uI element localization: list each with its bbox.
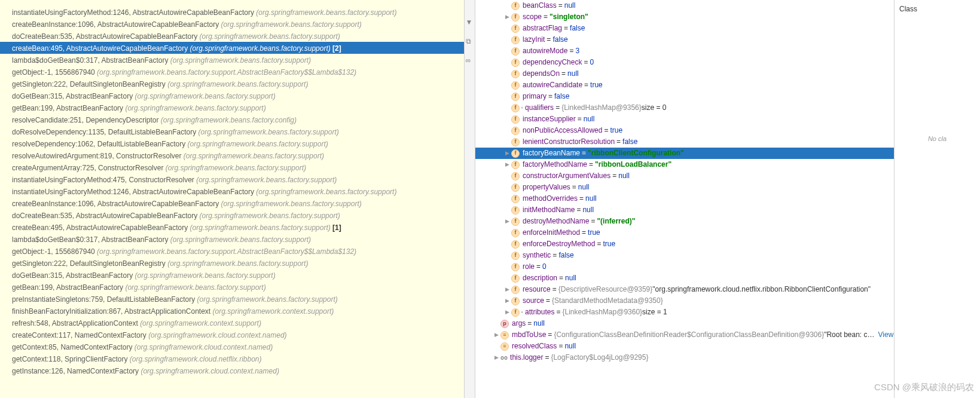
expand-arrow-icon[interactable]: ▶ (504, 12, 510, 22)
variable-row[interactable]: ▶fscope = "singleton" (475, 11, 894, 23)
stack-frame-row[interactable]: createBean:495, AbstractAutowireCapableB… (0, 42, 464, 54)
link-icon[interactable]: ∞ (466, 56, 474, 65)
variable-row[interactable]: ▶fabstractFlag = false (475, 23, 894, 34)
variable-row[interactable]: ▶fenforceInitMethod = true (475, 227, 894, 238)
variable-row[interactable]: ▶f+attributes = {LinkedHashMap@9360} siz… (475, 307, 894, 318)
stack-frame-row[interactable]: resolveAutowiredArgument:819, Constructo… (0, 149, 464, 161)
stack-frame-row[interactable]: preInstantiateSingletons:759, DefaultLis… (0, 293, 464, 305)
stack-frame-row[interactable]: getSingleton:222, DefaultSingletonBeanRe… (0, 78, 464, 90)
this-icon: oo (500, 353, 508, 363)
variables-panel[interactable]: ▶fbeanClass = null▶fscope = "singleton"▶… (475, 0, 894, 398)
stack-frame-row[interactable]: refresh:548, AbstractApplicationContext … (0, 317, 464, 329)
stack-frame-row[interactable]: instantiateUsingFactoryMethod:1246, Abst… (0, 185, 464, 197)
stack-frame-row[interactable]: doResolveDependency:1135, DefaultListabl… (0, 125, 464, 137)
field-icon: f (511, 240, 520, 249)
view-link[interactable]: View (878, 330, 894, 340)
variable-row[interactable]: ▶fsource = {StandardMethodMetadata@9350} (475, 295, 894, 307)
field-icon: f (511, 81, 520, 90)
field-icon: f (511, 25, 520, 33)
expand-arrow-icon[interactable]: ▶ (504, 148, 510, 158)
arrow-down-icon[interactable]: ▼ (466, 18, 474, 26)
field-icon: f (511, 138, 520, 146)
stack-frame-row[interactable]: lambda$doGetBean$0:317, AbstractBeanFact… (0, 54, 464, 66)
variable-row[interactable]: ▶fautowireMode = 3 (475, 45, 894, 57)
expand-arrow-icon[interactable]: ▶ (504, 216, 510, 226)
stack-frame-row[interactable]: getBean:199, AbstractBeanFactory (org.sp… (0, 281, 464, 293)
variable-row[interactable]: ▶fbeanClass = null (475, 0, 894, 11)
variable-row[interactable]: ▶ffactoryMethodName = "ribbonLoadBalance… (475, 159, 894, 170)
local-icon: ≡ (500, 342, 509, 351)
field-icon: f (511, 252, 520, 260)
variable-row[interactable]: ▶oothis.logger = {LogFactory$Log4jLog@92… (475, 352, 894, 363)
variable-row[interactable]: ▶fdestroyMethodName = "(inferred)" (475, 216, 894, 227)
stack-frame-row[interactable]: getContext:118, SpringClientFactory (org… (0, 353, 464, 365)
expand-arrow-icon[interactable]: ▶ (504, 284, 510, 295)
expand-arrow-icon[interactable]: ▶ (493, 330, 499, 340)
field-icon: f (511, 161, 520, 169)
variable-row[interactable]: ▶fenforceDestroyMethod = true (475, 238, 894, 250)
variable-row[interactable]: ▶fsynthetic = false (475, 250, 894, 261)
class-preview-panel: Class No cla (894, 0, 980, 398)
stack-frame-row[interactable]: resolveDependency:1062, DefaultListableB… (0, 137, 464, 149)
variable-row[interactable]: ▶frole = 0 (475, 261, 894, 273)
stack-frame-row[interactable]: getObject:-1, 1556867940 (org.springfram… (0, 245, 464, 257)
stack-frames-panel[interactable]: instantiateUsingFactoryMethod:1246, Abst… (0, 0, 465, 398)
expand-arrow-icon[interactable]: ▶ (493, 353, 499, 363)
stack-frame-row[interactable]: instantiateUsingFactoryMethod:475, Const… (0, 173, 464, 185)
stack-frame-row[interactable]: resolveCandidate:251, DependencyDescript… (0, 114, 464, 125)
variable-row[interactable]: ▶finstanceSupplier = null (475, 114, 894, 125)
stack-frame-row[interactable]: createArgumentArray:725, ConstructorReso… (0, 161, 464, 173)
variable-row[interactable]: ▶fpropertyValues = null (475, 182, 894, 193)
stack-frame-row[interactable]: getContext:85, NamedContextFactory (org.… (0, 341, 464, 353)
variable-row[interactable]: ▶≡resolvedClass = null (475, 341, 894, 352)
stack-frame-row[interactable]: getBean:199, AbstractBeanFactory (org.sp… (0, 102, 464, 114)
variable-row[interactable]: ▶fdependsOn = null (475, 68, 894, 79)
field-icon: f (511, 70, 520, 78)
field-icon: f (511, 2, 520, 10)
expand-arrow-icon[interactable]: ▶ (504, 296, 510, 306)
field-icon: f (511, 104, 520, 112)
variable-row[interactable]: ▶pargs = null (475, 318, 894, 329)
expand-arrow-icon[interactable]: ▶ (504, 307, 510, 317)
stack-frame-row[interactable]: createBean:495, AbstractAutowireCapableB… (0, 221, 464, 233)
variable-row[interactable]: ▶fresource = {DescriptiveResource@9359} … (475, 284, 894, 295)
field-icon: f (511, 274, 520, 283)
variable-row[interactable]: ▶flazyInit = false (475, 34, 894, 45)
variable-row[interactable]: ▶≡mbdToUse = {ConfigurationClassBeanDefi… (475, 329, 894, 341)
stack-frame-row[interactable]: doCreateBean:535, AbstractAutowireCapabl… (0, 30, 464, 42)
copy-icon[interactable]: ⧉ (466, 37, 474, 45)
variable-row[interactable]: ▶fautowireCandidate = true (475, 79, 894, 91)
variable-row[interactable]: ▶fmethodOverrides = null (475, 193, 894, 204)
variable-row[interactable]: ▶finitMethodName = null (475, 204, 894, 216)
gutter: ▼ ⧉ ∞ (465, 0, 475, 398)
stack-frame-row[interactable]: createBeanInstance:1096, AbstractAutowir… (0, 18, 464, 30)
variable-row[interactable]: ▶fprimary = false (475, 91, 894, 102)
stack-frame-row[interactable]: getSingleton:222, DefaultSingletonBeanRe… (0, 257, 464, 269)
variable-row[interactable]: ▶fdescription = null (475, 273, 894, 284)
field-icon: f (511, 195, 520, 203)
field-icon: f (511, 115, 520, 124)
field-icon: f (511, 149, 520, 158)
expand-arrow-icon[interactable]: ▶ (504, 160, 510, 170)
stack-frame-row[interactable]: doCreateBean:535, AbstractAutowireCapabl… (0, 209, 464, 221)
stack-frame-row[interactable]: finishBeanFactoryInitialization:867, Abs… (0, 305, 464, 317)
stack-frame-row[interactable]: doGetBean:315, AbstractBeanFactory (org.… (0, 90, 464, 102)
field-icon: f (511, 93, 520, 101)
stack-frame-row[interactable]: instantiateUsingFactoryMethod:1246, Abst… (0, 6, 464, 18)
variable-row[interactable]: ▶flenientConstructorResolution = false (475, 136, 894, 148)
field-icon: f (511, 297, 520, 305)
stack-frame-row[interactable]: getObject:-1, 1556867940 (org.springfram… (0, 66, 464, 78)
stack-frame-row[interactable]: lambda$doGetBean$0:317, AbstractBeanFact… (0, 233, 464, 245)
stack-frame-row[interactable]: doGetBean:315, AbstractBeanFactory (org.… (0, 269, 464, 281)
field-icon: f (511, 59, 520, 67)
variable-row[interactable]: ▶f+qualifiers = {LinkedHashMap@9356} siz… (475, 102, 894, 114)
variable-row[interactable]: ▶fnonPublicAccessAllowed = true (475, 125, 894, 136)
stack-frame-row[interactable]: createContext:117, NamedContextFactory (… (0, 329, 464, 341)
field-icon: f (511, 127, 520, 135)
variable-row[interactable]: ▶ffactoryBeanName = "ribbonClientConfigu… (475, 148, 894, 159)
param-icon: p (500, 320, 509, 328)
stack-frame-row[interactable]: createBeanInstance:1096, AbstractAutowir… (0, 197, 464, 209)
variable-row[interactable]: ▶fdependencyCheck = 0 (475, 57, 894, 68)
variable-row[interactable]: ▶fconstructorArgumentValues = null (475, 170, 894, 182)
stack-frame-row[interactable]: getInstance:126, NamedContextFactory (or… (0, 365, 464, 376)
